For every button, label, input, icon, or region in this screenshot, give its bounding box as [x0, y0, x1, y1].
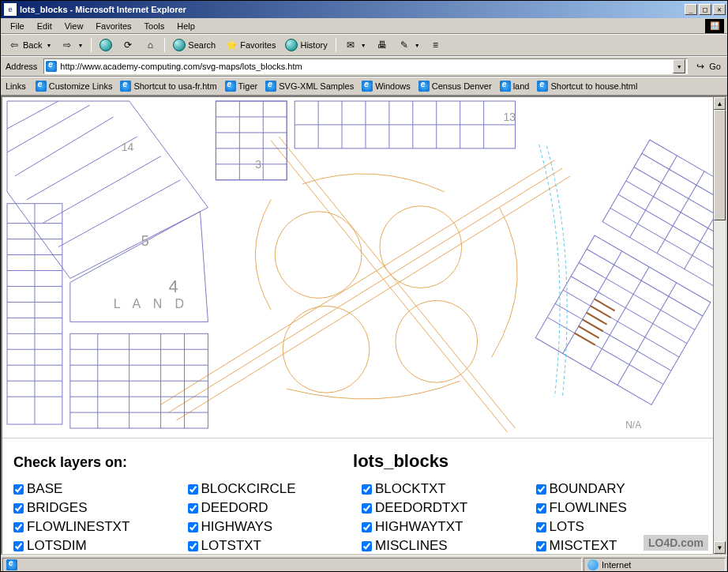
link-shortcut-house[interactable]: Shortcut to house.html: [535, 80, 639, 92]
layer-checkbox-misclines[interactable]: [362, 541, 372, 551]
map-block-14: 14: [122, 141, 134, 153]
print-button[interactable]: 🖶: [372, 36, 392, 54]
layer-checkbox-flowlines[interactable]: [536, 503, 546, 514]
map-label-na: N/A: [625, 420, 641, 431]
favorites-button[interactable]: ⭐ Favorites: [221, 36, 280, 54]
svg-line-62: [610, 208, 713, 275]
layer-checkbox-highways[interactable]: [188, 522, 198, 532]
search-icon: [173, 39, 186, 51]
layer-checkbox-flowlinestxt[interactable]: [13, 522, 24, 532]
layer-checkbox-lotsdim[interactable]: [13, 541, 24, 551]
links-label: Links: [4, 81, 29, 91]
scrollbar-vertical[interactable]: ▲ ▼: [713, 97, 726, 554]
link-land[interactable]: land: [498, 80, 531, 92]
link-icon: [120, 81, 131, 92]
layer-checkbox-deedord[interactable]: [188, 503, 198, 514]
svg-line-13: [43, 156, 161, 224]
link-icon: [418, 81, 430, 92]
svg-map[interactable]: L A N D 4 3 5 14 13 N/A: [2, 97, 713, 438]
layer-checkbox-lotstxt[interactable]: [188, 541, 198, 551]
menu-view[interactable]: View: [58, 20, 90, 32]
menu-favorites[interactable]: Favorites: [89, 20, 137, 32]
layer-checkbox-highwaytxt[interactable]: [362, 522, 372, 532]
layer-item-highways: HIGHWAYS: [188, 519, 355, 535]
titlebar: e lots_blocks - Microsoft Internet Explo…: [1, 1, 727, 18]
link-icon: [537, 81, 548, 92]
layer-checkbox-deedordtxt[interactable]: [362, 503, 372, 514]
layer-checkbox-lots[interactable]: [536, 522, 546, 532]
forward-button[interactable]: ⇨ ▼: [57, 36, 87, 54]
minimize-button[interactable]: _: [685, 4, 697, 15]
layer-checkbox-blocktxt[interactable]: [362, 484, 372, 495]
link-customize[interactable]: Customize Links: [34, 80, 114, 92]
layer-label: BASE: [27, 481, 62, 497]
svg-point-7: [283, 306, 370, 393]
ie-logo-icon: 🪟: [705, 19, 724, 33]
maximize-button[interactable]: □: [699, 4, 711, 15]
link-tiger[interactable]: Tiger: [223, 80, 260, 92]
layer-item-boundary: BOUNDARY: [536, 481, 703, 497]
link-shortcut-usa-fr[interactable]: Shortcut to usa-fr.htm: [118, 80, 218, 92]
scroll-thumb[interactable]: [714, 110, 726, 220]
layer-item-deedordtxt: DEEDORDTXT: [362, 500, 528, 516]
layer-item-flowlines: FLOWLINES: [536, 500, 703, 516]
menu-tools[interactable]: Tools: [138, 20, 171, 32]
mail-button[interactable]: ✉▼: [340, 36, 370, 54]
history-label: History: [300, 40, 327, 50]
layer-item-highwaytxt: HIGHWAYTXT: [362, 519, 528, 535]
address-input[interactable]: [57, 62, 673, 71]
history-icon: [285, 39, 298, 51]
history-button[interactable]: History: [281, 36, 331, 54]
link-census-denver[interactable]: Census Denver: [417, 80, 493, 92]
layer-checkbox-bridges[interactable]: [13, 503, 24, 514]
menu-file[interactable]: File: [4, 20, 31, 32]
go-icon: ↪: [694, 60, 707, 73]
svg-line-64: [657, 171, 704, 254]
address-bar: Address ▼ ↪ Go: [1, 56, 727, 77]
layer-label: BOUNDARY: [550, 481, 625, 497]
layers-heading: Check layers on:: [13, 454, 127, 471]
scroll-up-button[interactable]: ▲: [714, 97, 726, 110]
svg-rect-57: [602, 140, 713, 288]
search-button[interactable]: Search: [169, 36, 220, 54]
links-bar: Links Customize Links Shortcut to usa-fr…: [1, 77, 727, 96]
scroll-down-button[interactable]: ▼: [714, 541, 726, 554]
svg-line-63: [630, 156, 677, 238]
discuss-button[interactable]: ≡: [426, 36, 446, 54]
svg-line-11: [15, 117, 114, 176]
svg-line-73: [563, 251, 622, 354]
svg-line-10: [7, 105, 90, 152]
edit-button[interactable]: ✎▼: [394, 36, 424, 54]
svg-line-9: [7, 101, 58, 129]
layer-item-bridges: BRIDGES: [13, 500, 180, 516]
layer-checkbox-misctext[interactable]: [536, 541, 546, 551]
content-area: L A N D 4 3 5 14 13 N/A Check layers on:…: [1, 96, 727, 555]
home-button[interactable]: ⌂: [140, 36, 160, 54]
svg-point-8: [396, 300, 478, 382]
link-icon: [362, 81, 373, 92]
link-svg-xml[interactable]: SVG-XML Samples: [264, 80, 355, 92]
back-button[interactable]: ⇦ Back ▼: [4, 36, 55, 54]
close-button[interactable]: ✕: [713, 4, 726, 15]
layer-item-lots: LOTS: [536, 519, 703, 535]
layer-label: LOTSDIM: [27, 538, 87, 554]
layer-item-base: BASE: [13, 481, 180, 497]
refresh-button[interactable]: ⟳: [118, 36, 138, 54]
svg-line-60: [626, 181, 713, 248]
menubar: File Edit View Favorites Tools Help 🪟: [1, 18, 727, 34]
layer-checkbox-boundary[interactable]: [536, 484, 546, 495]
layer-label: MISCTEXT: [550, 538, 617, 554]
menu-help[interactable]: Help: [171, 20, 201, 32]
status-zone-pane: Internet: [584, 558, 726, 572]
menu-edit[interactable]: Edit: [31, 20, 58, 32]
go-button[interactable]: ↪ Go: [691, 58, 724, 74]
address-dropdown-button[interactable]: ▼: [673, 59, 685, 73]
layer-checkbox-base[interactable]: [13, 484, 24, 495]
stop-button[interactable]: [96, 36, 116, 54]
address-input-container: ▼: [43, 58, 688, 74]
scroll-track[interactable]: [714, 220, 726, 541]
back-dropdown-icon: ▼: [46, 43, 51, 48]
link-windows[interactable]: Windows: [360, 80, 412, 92]
favorites-icon: ⭐: [225, 39, 238, 51]
layer-checkbox-blockcircle[interactable]: [188, 484, 198, 495]
